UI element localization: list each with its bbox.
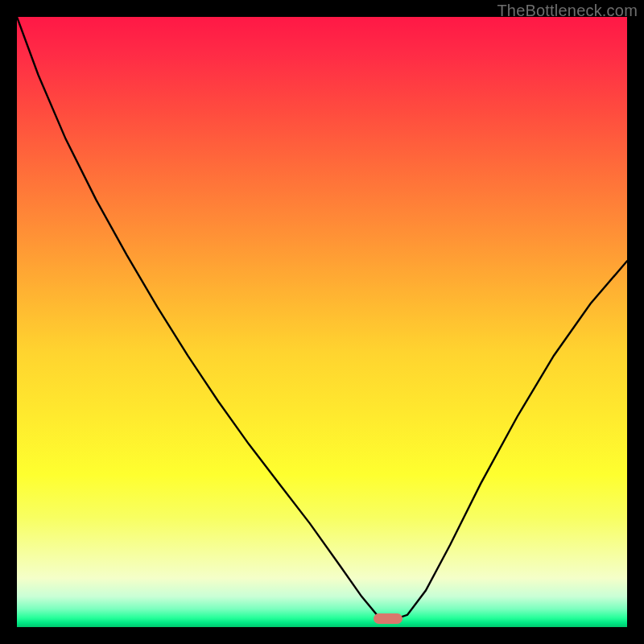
- plot-area: [17, 17, 627, 627]
- optimum-marker: [374, 613, 402, 625]
- bottleneck-curve: [17, 17, 627, 621]
- attribution-text: TheBottleneck.com: [497, 2, 638, 20]
- curve-svg: [17, 17, 627, 627]
- chart-frame: TheBottleneck.com: [0, 0, 644, 644]
